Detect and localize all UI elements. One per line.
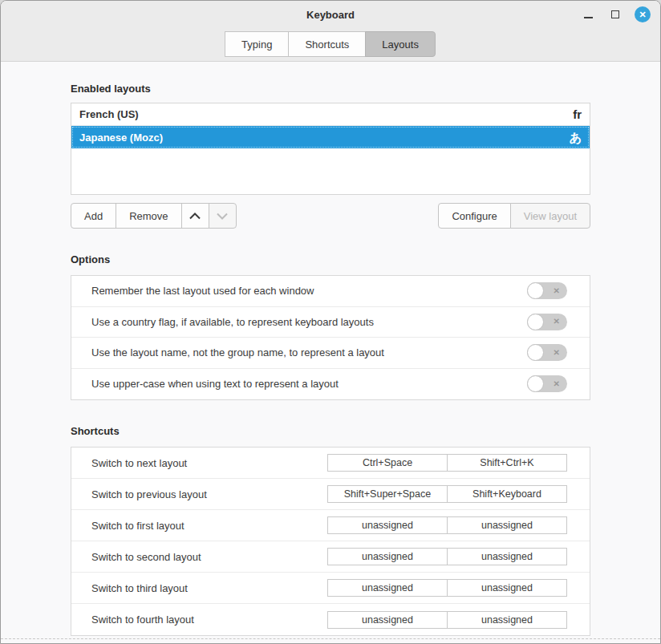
shortcut-binding-primary[interactable]: Ctrl+Space — [327, 454, 448, 472]
tab[interactable]: Typing — [225, 31, 289, 57]
toggle-knob-icon — [527, 344, 544, 361]
toggle-switch[interactable]: ✕ — [527, 375, 567, 392]
close-icon: ✕ — [635, 6, 651, 22]
shortcut-label: Switch to next layout — [91, 457, 187, 469]
shortcut-bindings: Shift+Super+Space Shift+Keyboard — [327, 485, 567, 503]
shortcut-binding-primary[interactable]: unassigned — [327, 548, 448, 565]
toggle-knob-icon — [527, 282, 544, 299]
layout-row[interactable]: Japanese (Mozc) あ — [71, 126, 590, 148]
shortcut-bindings: unassigned unassigned — [327, 516, 567, 534]
shortcut-row: Switch to fourth layout unassigned unass… — [71, 604, 590, 635]
option-row: Remember the last layout used for each w… — [71, 276, 590, 307]
option-label: Use upper-case when using text to repres… — [91, 378, 339, 390]
shortcut-binding-primary[interactable]: Shift+Super+Space — [327, 485, 448, 503]
option-label: Use the layout name, not the group name,… — [91, 346, 384, 358]
toggle-knob-icon — [527, 314, 544, 330]
enabled-layouts-heading: Enabled layouts — [71, 83, 590, 95]
option-label: Use a country flag, if available, to rep… — [91, 316, 374, 328]
bottom-dashed-line — [1, 638, 660, 639]
maximize-button[interactable] — [607, 6, 623, 22]
toggle-off-icon: ✕ — [554, 287, 560, 295]
option-label: Remember the last layout used for each w… — [91, 285, 314, 297]
shortcut-row: Switch to previous layout Shift+Super+Sp… — [71, 479, 590, 510]
shortcuts-heading: Shortcuts — [71, 426, 590, 437]
layout-row[interactable]: French (US) fr — [71, 103, 590, 126]
keyboard-window: Keyboard ✕ Typing Shortc — [0, 0, 661, 644]
shortcut-label: Switch to previous layout — [91, 488, 207, 500]
add-button[interactable]: Add — [71, 203, 116, 229]
option-row: Use a country flag, if available, to rep… — [71, 307, 590, 338]
titlebar[interactable]: Keyboard ✕ — [1, 1, 660, 28]
option-row: Use upper-case when using text to repres… — [71, 369, 590, 400]
shortcut-bindings: Ctrl+Space Shift+Ctrl+K — [327, 454, 567, 472]
remove-button[interactable]: Remove — [116, 203, 181, 229]
tab-label: Shortcuts — [305, 38, 349, 51]
tab-label: Layouts — [382, 38, 419, 51]
shortcut-binding-secondary[interactable]: unassigned — [447, 579, 567, 597]
close-button[interactable]: ✕ — [635, 6, 651, 22]
tab[interactable]: Shortcuts — [288, 31, 366, 57]
layout-tools-group: Configure View layout — [438, 203, 590, 229]
view-layout-button[interactable]: View layout — [510, 203, 590, 229]
options-panel: Remember the last layout used for each w… — [71, 275, 590, 400]
chevron-up-icon — [189, 213, 201, 220]
option-row: Use the layout name, not the group name,… — [71, 338, 590, 369]
shortcut-binding-secondary[interactable]: unassigned — [447, 611, 567, 629]
toggle-off-icon: ✕ — [554, 349, 560, 357]
layout-name: Japanese (Mozc) — [79, 132, 163, 144]
minimize-icon — [584, 17, 593, 18]
layouts-list: French (US) fr Japanese (Mozc) あ — [71, 103, 590, 195]
shortcut-bindings: unassigned unassigned — [327, 579, 567, 597]
maximize-icon — [611, 10, 619, 18]
window-controls: ✕ — [580, 1, 651, 28]
toggle-knob-icon — [527, 375, 544, 392]
list-edit-group: Add Remove — [71, 203, 237, 229]
toggle-switch[interactable]: ✕ — [527, 314, 567, 330]
toggle-off-icon: ✕ — [554, 318, 560, 326]
list-actions: Add Remove Configure View layout — [71, 203, 590, 229]
chevron-down-icon — [217, 213, 228, 220]
tab-label: Typing — [241, 38, 272, 51]
shortcut-label: Switch to first layout — [91, 520, 185, 532]
shortcuts-panel: Switch to next layout Ctrl+Space Shift+C… — [71, 447, 590, 636]
shortcut-binding-primary[interactable]: unassigned — [327, 579, 448, 597]
window-header: Keyboard ✕ Typing Shortc — [1, 1, 660, 62]
tab[interactable]: Layouts — [365, 31, 436, 57]
content: Enabled layouts French (US) fr Japanese … — [1, 83, 660, 636]
shortcut-row: Switch to next layout Ctrl+Space Shift+C… — [71, 448, 590, 479]
shortcut-bindings: unassigned unassigned — [327, 548, 567, 565]
tab-bar: Typing Shortcuts Layouts — [1, 31, 660, 57]
shortcut-binding-secondary[interactable]: unassigned — [447, 548, 567, 565]
shortcut-row: Switch to third layout unassigned unassi… — [71, 573, 590, 604]
window-title: Keyboard — [306, 9, 355, 21]
shortcut-label: Switch to third layout — [91, 582, 188, 594]
minimize-button[interactable] — [580, 6, 596, 22]
shortcut-binding-primary[interactable]: unassigned — [327, 516, 448, 534]
shortcut-binding-secondary[interactable]: Shift+Keyboard — [447, 485, 567, 503]
shortcut-bindings: unassigned unassigned — [327, 611, 567, 629]
toggle-switch[interactable]: ✕ — [527, 282, 567, 299]
shortcut-binding-secondary[interactable]: Shift+Ctrl+K — [447, 454, 567, 472]
toggle-off-icon: ✕ — [554, 380, 560, 388]
layout-badge-icon: あ — [570, 132, 582, 144]
toggle-switch[interactable]: ✕ — [527, 344, 567, 361]
shortcut-binding-secondary[interactable]: unassigned — [447, 516, 567, 534]
shortcut-row: Switch to first layout unassigned unassi… — [71, 510, 590, 541]
shortcut-binding-primary[interactable]: unassigned — [327, 611, 448, 629]
move-up-button[interactable] — [181, 203, 209, 229]
layout-badge-icon: fr — [573, 108, 582, 120]
options-heading: Options — [71, 254, 590, 265]
shortcut-label: Switch to second layout — [91, 551, 201, 563]
move-down-button[interactable] — [209, 203, 237, 229]
shortcut-label: Switch to fourth layout — [91, 614, 194, 626]
layout-name: French (US) — [79, 108, 139, 120]
shortcut-row: Switch to second layout unassigned unass… — [71, 541, 590, 573]
configure-button[interactable]: Configure — [438, 203, 510, 229]
